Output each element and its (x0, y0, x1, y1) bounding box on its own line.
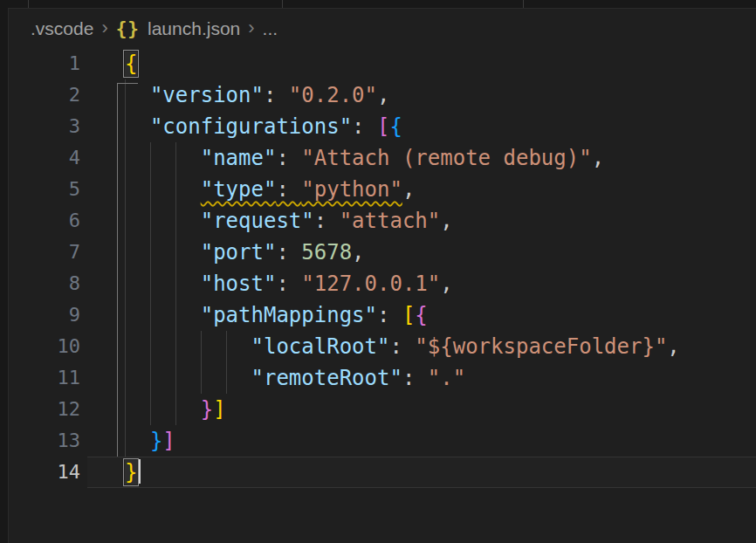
code-token: "pathMappings" (201, 303, 377, 327)
code-token: : (276, 146, 301, 170)
tab-divider (523, 0, 524, 8)
tab-divider (282, 0, 283, 8)
code-token: "host" (201, 272, 277, 296)
code-line[interactable]: 8 "host": "127.0.0.1", (8, 268, 756, 299)
code-line[interactable]: 6 "request": "attach", (8, 205, 756, 237)
line-number: 6 (8, 205, 80, 237)
breadcrumb-symbol-more[interactable]: ... (263, 18, 278, 39)
code-token: "0.2.0" (289, 83, 377, 107)
code-line[interactable]: 10 "localRoot": "${workspaceFolder}", (8, 331, 756, 362)
line-number: 9 (8, 299, 80, 331)
code-line[interactable]: 4 "name": "Attach (remote debug)", (8, 142, 756, 174)
breadcrumb-folder[interactable]: .vscode (31, 18, 93, 39)
code-line-text: "localRoot": "${workspaceFolder}", (125, 331, 680, 362)
code-line[interactable]: 5 "type": "python", (8, 174, 756, 205)
code-token (125, 209, 201, 233)
code-line[interactable]: 12 }] (8, 394, 756, 425)
code-line-text: "type": "python", (125, 174, 415, 205)
matched-bracket: } (125, 460, 137, 485)
code-line[interactable]: 7 "port": 5678, (8, 237, 756, 268)
breadcrumb: .vscode › {} launch.json › ... (31, 9, 278, 48)
code-token: [ (402, 303, 415, 327)
code-line[interactable]: 1{ (8, 48, 756, 79)
line-number: 2 (8, 79, 80, 111)
code-token: , (377, 83, 389, 107)
code-line-text: "remoteRoot": "." (125, 362, 465, 394)
code-line-text: "configurations": [{ (125, 111, 402, 142)
code-token: "request" (201, 209, 314, 233)
current-line-highlight (87, 457, 756, 488)
code-token: "localRoot" (251, 334, 390, 359)
chevron-right-icon: › (101, 17, 107, 39)
code-line[interactable]: 11 "remoteRoot": "." (8, 362, 756, 394)
code-token: , (592, 146, 604, 170)
code-token: , (352, 240, 364, 265)
code-token: , (440, 272, 452, 296)
matched-bracket: { (125, 52, 137, 76)
code-token: "${workspaceFolder}" (415, 334, 667, 359)
code-line-text: "name": "Attach (remote debug)", (125, 142, 604, 174)
line-number: 5 (8, 174, 80, 205)
code-line-text: }] (125, 394, 226, 425)
line-number: 8 (8, 268, 80, 299)
code-token: : (276, 272, 301, 296)
chevron-right-icon: › (248, 17, 254, 39)
code-token: "type" (201, 177, 277, 202)
code-token: "name" (201, 146, 277, 170)
code-token (125, 177, 201, 202)
code-line-text: "version": "0.2.0", (125, 79, 389, 111)
line-number: 14 (8, 457, 80, 488)
tab-divider (28, 0, 29, 8)
code-line-text: } (125, 457, 141, 488)
code-token (125, 83, 150, 107)
code-line-text: { (125, 48, 137, 79)
code-token: , (402, 177, 415, 202)
code-line[interactable]: 14} (8, 457, 756, 488)
text-cursor (139, 459, 141, 484)
code-line[interactable]: 3 "configurations": [{ (8, 111, 756, 142)
breadcrumb-file[interactable]: launch.json (148, 18, 240, 39)
code-token: "version" (150, 83, 264, 107)
code-token: } (201, 397, 213, 422)
code-line-text: "pathMappings": [{ (125, 299, 428, 331)
code-line[interactable]: 2 "version": "0.2.0", (8, 79, 756, 111)
code-token (125, 303, 201, 327)
editor-code-area[interactable]: 1{2 "version": "0.2.0",3 "configurations… (8, 48, 756, 488)
code-token: ] (213, 397, 225, 422)
code-line-text: "request": "attach", (125, 205, 453, 237)
code-token: : (377, 303, 402, 327)
code-token: "remoteRoot" (251, 366, 402, 390)
code-token: "configurations" (150, 114, 352, 139)
code-token: "attach" (340, 209, 441, 233)
active-bracket-pair-guide (117, 84, 118, 457)
code-token: : (402, 366, 428, 390)
code-token: "port" (201, 240, 277, 265)
code-line[interactable]: 9 "pathMappings": [{ (8, 299, 756, 331)
line-number: 13 (8, 425, 80, 457)
code-token: ] (162, 429, 175, 453)
code-token: 5678 (301, 240, 352, 265)
code-token: : (314, 209, 340, 233)
code-token (125, 272, 201, 296)
code-token: "." (428, 366, 465, 390)
code-token: : (276, 240, 301, 265)
code-token: : (264, 83, 289, 107)
code-token: } (150, 429, 162, 453)
code-token (125, 240, 201, 265)
code-token: { (389, 114, 402, 139)
line-number: 10 (8, 331, 80, 362)
vscode-editor-window: .vscode › {} launch.json › ... 1{2 "vers… (0, 0, 756, 543)
code-token (125, 146, 201, 170)
code-token (125, 366, 251, 390)
code-token: "Attach (remote debug)" (301, 146, 591, 170)
code-token: : (352, 114, 377, 139)
code-token: : (276, 177, 301, 202)
code-line[interactable]: 13 }] (8, 425, 756, 457)
line-number: 4 (8, 142, 80, 174)
code-token: "127.0.0.1" (301, 272, 440, 296)
code-token: : (389, 334, 415, 359)
line-number: 11 (8, 362, 80, 394)
tab-bar-edge (0, 0, 756, 9)
code-token (125, 397, 201, 422)
line-number: 3 (8, 111, 80, 142)
